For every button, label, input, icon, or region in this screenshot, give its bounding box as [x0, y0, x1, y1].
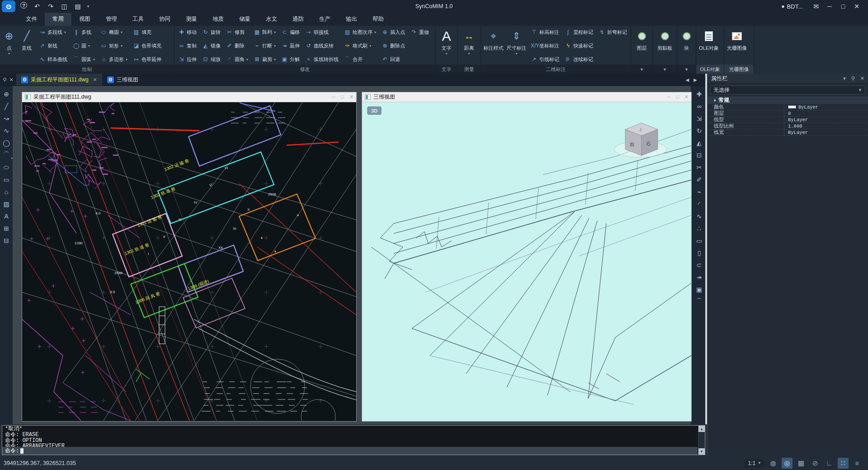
maximize-icon[interactable]: □ — [676, 94, 679, 100]
ribbon-button-移动[interactable]: ✚移动 — [177, 28, 198, 37]
save-icon[interactable]: ◫ — [59, 2, 70, 11]
ribbon-group-label[interactable]: ▾ — [677, 65, 696, 74]
close-button[interactable]: ✕ — [851, 2, 862, 11]
ribbon-group-label[interactable]: ▾ — [653, 65, 677, 74]
menu-item-通防[interactable]: 通防 — [285, 13, 311, 26]
property-row-颜色[interactable]: 颜色ByLayer — [708, 104, 868, 110]
message-icon[interactable]: ✉ — [811, 2, 821, 11]
mirror-tool-icon[interactable]: ◭ — [694, 138, 705, 148]
ribbon-button-填充[interactable]: ▨填充 — [132, 28, 163, 37]
menu-item-管理[interactable]: 管理 — [98, 13, 125, 26]
command-input[interactable]: 命令: — [2, 447, 698, 455]
menu-item-常用[interactable]: 常用 — [45, 13, 71, 26]
circle-tool-icon[interactable]: ◯ — [1, 138, 12, 148]
insert-block-icon[interactable]: ⊞ — [1, 223, 12, 234]
ribbon-button-修剪[interactable]: ✂修剪 — [225, 28, 250, 37]
ribbon-button-折弯标记[interactable]: ↯折弯标记 — [597, 28, 628, 37]
pin-icon[interactable]: ⚲ — [851, 76, 855, 81]
menu-item-视图[interactable]: 视图 — [71, 13, 98, 26]
text-tool-icon[interactable]: A — [1, 211, 12, 222]
property-row-线宽[interactable]: 线宽ByLayer — [708, 129, 868, 136]
stretch-tool-icon[interactable]: ⇲ — [694, 113, 705, 124]
undo-icon[interactable]: ↶ — [32, 2, 42, 11]
ribbon-button-弧线转折线[interactable]: ≈弧线转折线 — [304, 55, 340, 64]
app-menu-icon[interactable]: ≡ — [852, 458, 863, 469]
ribbon-button-多线[interactable]: ∥多线 — [71, 28, 96, 37]
polygon-tool-icon[interactable]: ⌂ — [1, 186, 12, 197]
quick-access-dropdown-icon[interactable]: ▾ — [86, 2, 90, 11]
ribbon-button-色带延伸[interactable]: ↦色带延伸 — [132, 55, 163, 64]
spline-tool-icon[interactable]: ∿ — [1, 125, 12, 136]
properties-panel-header[interactable]: 属性栏 ▾⚲✕ — [708, 74, 868, 84]
ribbon-button-阵列[interactable]: ▦阵列▾ — [252, 28, 277, 37]
ribbon-button-色带填充[interactable]: ◪色带填充 — [132, 41, 163, 50]
maximize-icon[interactable]: □ — [341, 94, 344, 100]
block-tool-icon[interactable]: ⊟ — [1, 235, 12, 246]
ortho-icon[interactable]: ∟ — [824, 458, 835, 469]
user-button[interactable]: ● BDT... — [781, 3, 803, 10]
ribbon-button-引线标记[interactable]: ↗引线标记 — [529, 55, 561, 64]
ribbon-button-重做[interactable]: ↷重做 — [409, 28, 430, 37]
ribbon-button-光栅图像[interactable]: 光栅图像 — [726, 27, 748, 64]
ribbon-button-点[interactable]: ⊕点▾ — [1, 27, 17, 64]
ribbon-button-回退[interactable]: ↶回退 — [380, 55, 406, 64]
document-tab-三维视图[interactable]: ʘ三维视图 — [102, 74, 143, 85]
property-row-线型比例[interactable]: 线型比例1.000 — [708, 123, 868, 129]
minimize-button[interactable]: ─ — [824, 2, 835, 11]
menu-item-输出[interactable]: 输出 — [338, 13, 365, 26]
ribbon-button-连续标记[interactable]: ⊪连续标记 — [563, 55, 594, 64]
ribbon-button-射线[interactable]: ↗射线 — [38, 41, 69, 50]
arc-tool-icon[interactable]: ⌒▾ — [1, 150, 12, 161]
ribbon-button-椭圆[interactable]: ⬭椭圆▾ — [99, 28, 129, 37]
collapse-icon[interactable]: ▾ — [843, 76, 846, 81]
ribbon-button-里程标记[interactable]: ∫里程标记 — [563, 28, 594, 37]
plan-canvas[interactable]: 1302 运 输 巷1302 轨 道 巷1301 运 输 巷1301 轨 道 巷… — [22, 102, 356, 421]
ribbon-button-缩放[interactable]: ⊡缩放 — [201, 55, 222, 64]
explode-tool-icon[interactable]: ▣ — [694, 284, 705, 295]
ribbon-button-格式刷[interactable]: ✑格式刷▾ — [343, 41, 377, 50]
view3d-window-titlebar[interactable]: 三维视图 ─□✕ — [362, 92, 691, 102]
ribbon-button-坐标标注[interactable]: X/Y坐标标注 — [529, 41, 561, 50]
menu-item-协同[interactable]: 协同 — [151, 13, 178, 26]
globe-icon[interactable]: ◍ — [768, 458, 778, 469]
polar-snap-icon[interactable]: ◎ — [782, 458, 793, 469]
ribbon-button-删除点[interactable]: ⊗删除点 — [380, 41, 406, 50]
property-row-图层[interactable]: 图层0 — [708, 110, 868, 117]
view3d-canvas[interactable]: 上 前 右 3D — [362, 102, 691, 421]
ribbon-button-合并[interactable]: ⌒合并 — [343, 55, 377, 64]
menu-item-生产[interactable]: 生产 — [311, 13, 338, 26]
maximize-button[interactable]: □ — [838, 2, 849, 11]
ribbon-button-偏移[interactable]: ⊂偏移 — [280, 28, 301, 37]
ribbon-button-圆[interactable]: ◯圆▾ — [71, 41, 96, 50]
menu-item-帮助[interactable]: 帮助 — [365, 13, 392, 26]
menu-item-水文[interactable]: 水文 — [258, 13, 285, 26]
view3d-window[interactable]: 三维视图 ─□✕ — [362, 92, 692, 422]
menu-item-储量[interactable]: 储量 — [231, 13, 258, 26]
close-icon[interactable]: ✕ — [860, 76, 864, 81]
rectangle-tool-icon[interactable]: ▭ — [1, 174, 12, 185]
close-icon[interactable]: ✕ — [9, 77, 13, 83]
ribbon-button-剪贴板[interactable]: 剪贴板 — [654, 27, 675, 64]
pin-icon[interactable]: ⚲ — [3, 77, 6, 83]
rotate-tool-icon[interactable]: ↻ — [694, 125, 705, 136]
scale-dropdown[interactable]: 1:1 ▼ — [745, 459, 764, 467]
command-scrollbar[interactable]: ▲ ▼ — [698, 426, 705, 455]
snap-3d-icon[interactable]: ∷ — [838, 458, 849, 469]
tab-close-icon[interactable]: ✕ — [93, 77, 97, 83]
move-tool-icon[interactable]: ✚ — [694, 89, 705, 100]
selection-dropdown[interactable]: 无选择 ▼ — [710, 85, 865, 95]
menu-item-地质[interactable]: 地质 — [205, 13, 231, 26]
ellipse-tool-icon[interactable]: ⬭ — [1, 162, 12, 173]
ribbon-button-联接线[interactable]: ⇢联接线 — [304, 28, 340, 37]
hatch-tool-icon[interactable]: ▨ — [1, 199, 12, 209]
plan-window[interactable]: 采掘工程平面图111.dwg ─□✕ — [22, 92, 357, 422]
minimize-icon[interactable]: ─ — [332, 94, 335, 100]
ribbon-button-样条曲线[interactable]: ∿样条曲线 — [38, 55, 69, 64]
ribbon-button-标高标注[interactable]: ⊤标高标注 — [529, 28, 561, 37]
fillet-tool-icon[interactable]: ◜ — [694, 199, 705, 209]
polyline-tool-icon[interactable]: ↝ — [1, 113, 12, 124]
ribbon-button-删除[interactable]: ✐删除 — [225, 41, 250, 50]
tab-scroll-left-icon[interactable]: ◀ — [686, 77, 689, 82]
curve-points-tool-icon[interactable]: ∿ — [694, 211, 705, 222]
object-snap-icon[interactable]: ⊘ — [810, 458, 821, 469]
